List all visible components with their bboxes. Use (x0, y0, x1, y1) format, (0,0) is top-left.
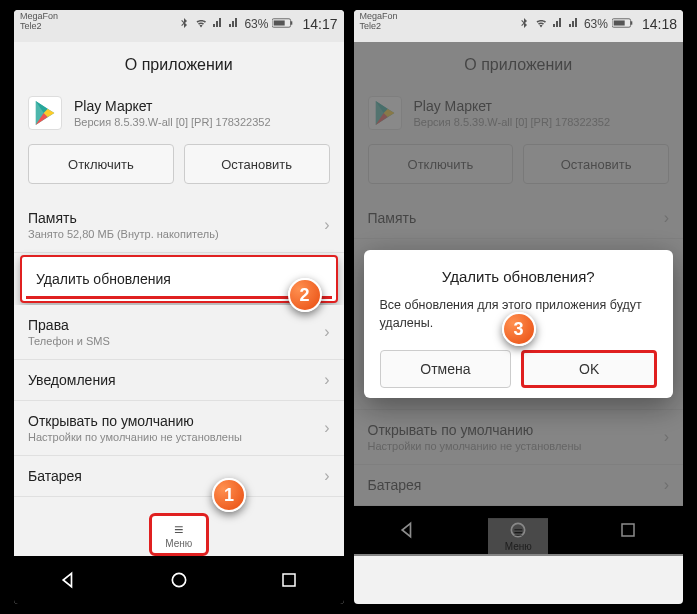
wifi-icon (194, 17, 208, 32)
app-name: Play Маркет (74, 98, 271, 114)
signal-icon (552, 17, 564, 32)
status-bar: MegaFon Tele2 63% 14:18 (354, 10, 684, 42)
battery-percent: 63% (244, 17, 268, 31)
dialog-title: Удалить обновления? (380, 268, 658, 285)
nav-recent[interactable] (275, 566, 303, 594)
system-nav (14, 556, 344, 604)
app-info: Play Маркет Версия 8.5.39.W-all [0] [PR]… (14, 90, 344, 144)
row-notifications[interactable]: Уведомления › (14, 360, 344, 401)
app-version: Версия 8.5.39.W-all [0] [PR] 178322352 (74, 116, 271, 128)
stop-button[interactable]: Остановить (184, 144, 330, 184)
row-title: Батарея (28, 468, 330, 484)
row-title: Удалить обновления (36, 271, 322, 287)
carrier-2: Tele2 (360, 22, 398, 32)
row-memory[interactable]: Память Занято 52,80 МБ (Внутр. накопител… (14, 198, 344, 253)
row-battery[interactable]: Батарея › (14, 456, 344, 497)
nav-back[interactable] (55, 566, 83, 594)
row-title: Открывать по умолчанию (28, 413, 330, 429)
dialog-cancel-button[interactable]: Отмена (380, 350, 512, 388)
chevron-right-icon: › (324, 467, 329, 485)
chevron-right-icon: › (324, 419, 329, 437)
carrier-2: Tele2 (20, 22, 58, 32)
row-rights[interactable]: Права Телефон и SMS › (14, 305, 344, 360)
chevron-right-icon: › (324, 216, 329, 234)
chevron-right-icon: › (324, 323, 329, 341)
page-title: О приложении (14, 42, 344, 90)
phone-right: MegaFon Tele2 63% 14:18 О приложении (354, 10, 684, 604)
svg-rect-8 (283, 574, 295, 586)
svg-rect-11 (614, 20, 625, 25)
signal-icon-2 (568, 17, 580, 32)
bluetooth-icon (518, 17, 530, 32)
row-title: Уведомления (28, 372, 330, 388)
clock: 14:17 (302, 16, 337, 32)
svg-rect-10 (631, 21, 633, 24)
play-store-icon (28, 96, 62, 130)
svg-rect-1 (291, 21, 293, 24)
chevron-right-icon: › (324, 371, 329, 389)
row-sub: Настройки по умолчанию не установлены (28, 431, 330, 443)
row-title: Права (28, 317, 330, 333)
menu-label: Меню (152, 538, 206, 549)
menu-button[interactable]: ≡ Меню (149, 513, 209, 556)
svg-point-7 (172, 573, 185, 586)
battery-percent: 63% (584, 17, 608, 31)
signal-icon-2 (228, 17, 240, 32)
callout-3: 3 (502, 312, 536, 346)
hamburger-icon: ≡ (152, 522, 206, 538)
callout-2: 2 (288, 278, 322, 312)
carrier-labels: MegaFon Tele2 (20, 10, 58, 32)
clock: 14:18 (642, 16, 677, 32)
settings-list: Память Занято 52,80 МБ (Внутр. накопител… (14, 198, 344, 556)
status-bar: MegaFon Tele2 63% 14:17 (14, 10, 344, 42)
row-title: Память (28, 210, 330, 226)
row-sub: Занято 52,80 МБ (Внутр. накопитель) (28, 228, 330, 240)
phone-left: MegaFon Tele2 63% 14:17 О приложении (14, 10, 344, 604)
battery-icon (612, 17, 634, 32)
row-sub: Телефон и SMS (28, 335, 330, 347)
carrier-labels: MegaFon Tele2 (360, 10, 398, 32)
dialog-ok-button[interactable]: OK (521, 350, 657, 388)
wifi-icon (534, 17, 548, 32)
battery-icon (272, 17, 294, 32)
svg-rect-2 (274, 20, 285, 25)
row-open-by-default[interactable]: Открывать по умолчанию Настройки по умол… (14, 401, 344, 456)
nav-home[interactable] (165, 566, 193, 594)
callout-1: 1 (212, 478, 246, 512)
disable-button[interactable]: Отключить (28, 144, 174, 184)
bluetooth-icon (178, 17, 190, 32)
signal-icon (212, 17, 224, 32)
